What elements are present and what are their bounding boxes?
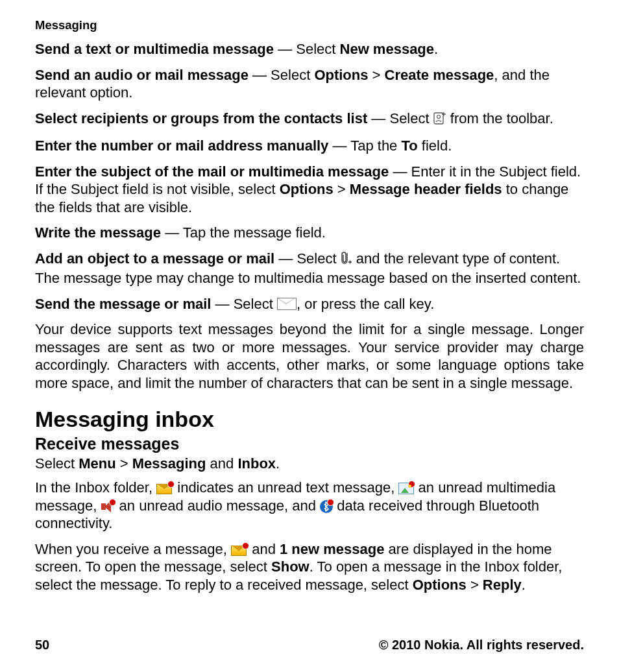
bold: Inbox: [237, 455, 276, 472]
para-send-audio-mail: Send an audio or mail message — Select O…: [35, 66, 584, 102]
text: .: [522, 577, 526, 593]
text: — Select: [274, 250, 340, 267]
bold: 1 new message: [280, 541, 384, 557]
bold: To: [401, 138, 417, 154]
page-footer: 50 © 2010 Nokia. All rights reserved.: [35, 638, 584, 653]
bold: Options: [280, 181, 334, 197]
gt: >: [368, 67, 384, 83]
lead: Send an audio or mail message: [35, 67, 249, 83]
lead: Select recipients or groups from the con…: [35, 110, 367, 126]
text: Select: [35, 455, 79, 472]
bold: Options: [314, 67, 368, 83]
attachment-icon: [341, 251, 352, 270]
heading-messaging-inbox: Messaging inbox: [35, 406, 584, 433]
text: .: [434, 41, 438, 57]
gt: >: [334, 181, 350, 197]
gt: >: [116, 455, 132, 472]
text: — Select: [249, 67, 314, 83]
text: — Select: [274, 41, 339, 57]
lead: Add an object to a message or mail: [35, 250, 274, 267]
text: and: [206, 455, 238, 472]
bold: Options: [413, 577, 467, 593]
para-send: Send the message or mail — Select , or p…: [35, 295, 584, 313]
bold: New message: [340, 41, 435, 57]
new-message-icon: [231, 544, 248, 556]
bold: Show: [271, 558, 310, 575]
text: — Tap the: [328, 138, 401, 154]
text: .: [276, 455, 280, 472]
para-add-object: Add an object to a message or mail — Sel…: [35, 250, 584, 287]
document-page: Messaging Send a text or multimedia mess…: [0, 0, 619, 672]
text: , or press the call key.: [297, 296, 434, 312]
bold: Create message: [385, 67, 494, 83]
running-header: Messaging: [35, 18, 584, 32]
para-enter-subject: Enter the subject of the mail or multime…: [35, 163, 584, 217]
text: — Tap the message field.: [161, 224, 326, 241]
lead: Enter the number or mail address manuall…: [35, 138, 328, 154]
unread-text-icon: [156, 483, 173, 494]
para-long-messages: Your device supports text messages beyon…: [35, 320, 584, 392]
text: from the toolbar.: [446, 110, 553, 126]
gt: >: [467, 577, 483, 593]
para-send-text-mms: Send a text or multimedia message — Sele…: [35, 40, 584, 58]
text: — Select: [211, 296, 276, 312]
bold: Message header fields: [350, 181, 502, 197]
text: When you receive a message,: [35, 541, 231, 557]
text: an unread audio message, and: [115, 498, 321, 514]
svg-point-1: [437, 115, 440, 118]
bluetooth-icon: [320, 500, 333, 513]
text: field.: [418, 138, 452, 154]
lead: Write the message: [35, 224, 161, 241]
lead: Enter the subject of the mail or multime…: [35, 163, 389, 180]
lead: Send the message or mail: [35, 296, 211, 312]
para-write-message: Write the message — Tap the message fiel…: [35, 224, 584, 242]
contacts-icon: [433, 111, 446, 130]
text: indicates an unread text message,: [173, 479, 398, 496]
para-enter-number: Enter the number or mail address manuall…: [35, 137, 584, 155]
text: — Select: [367, 110, 433, 126]
unread-audio-icon: [101, 501, 115, 512]
text: In the Inbox folder,: [35, 479, 156, 496]
page-number: 50: [35, 638, 49, 653]
text: and: [248, 541, 280, 557]
heading-receive-messages: Receive messages: [35, 434, 584, 453]
bold: Messaging: [132, 455, 206, 472]
para-select-inbox: Select Menu > Messaging and Inbox.: [35, 455, 584, 473]
bold: Reply: [483, 577, 522, 593]
lead: Send a text or multimedia message: [35, 41, 274, 57]
envelope-icon: [277, 298, 297, 310]
unread-mms-icon: [398, 483, 414, 494]
para-new-message: When you receive a message, and 1 new me…: [35, 540, 584, 594]
copyright: © 2010 Nokia. All rights reserved.: [379, 638, 584, 653]
para-inbox-icons: In the Inbox folder, indicates an unread…: [35, 479, 584, 533]
bold: Menu: [79, 455, 115, 472]
para-select-recipients: Select recipients or groups from the con…: [35, 110, 584, 130]
